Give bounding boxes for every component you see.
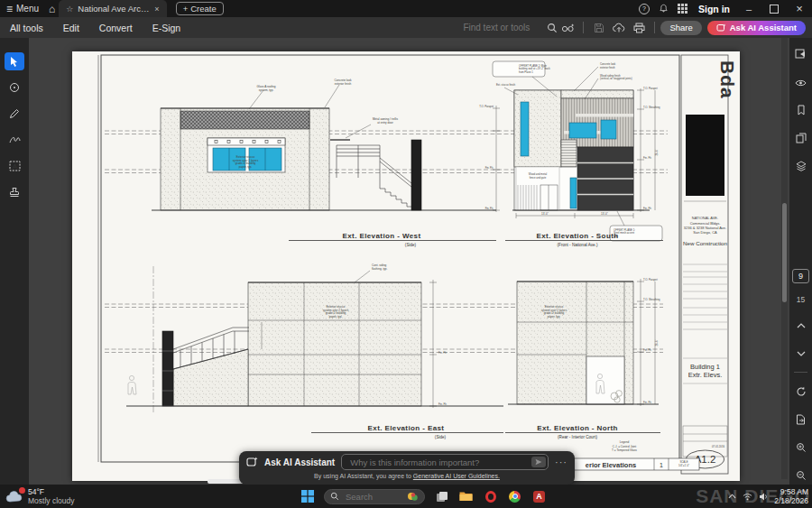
svg-text:(Rear - Interior Court): (Rear - Interior Court) bbox=[558, 435, 597, 439]
previous-page-button[interactable] bbox=[797, 316, 806, 332]
comment-tool-button[interactable] bbox=[5, 79, 24, 97]
zoom-out-button[interactable] bbox=[796, 468, 807, 485]
svg-text:from Plane 1: from Plane 1 bbox=[519, 70, 533, 74]
ai-disclaimer: By using AI Assistant, you agree to Gene… bbox=[239, 473, 575, 479]
page-current: 9 bbox=[798, 272, 803, 281]
menu-button[interactable]: ≡ Menu bbox=[0, 0, 45, 17]
convert-menu[interactable]: Convert bbox=[89, 23, 143, 33]
add-text-tool-button[interactable]: A bbox=[5, 157, 24, 175]
next-page-button[interactable] bbox=[797, 344, 806, 360]
svg-text:A: A bbox=[12, 162, 17, 171]
export-pdf-button[interactable] bbox=[795, 47, 807, 63]
file-explorer-icon bbox=[459, 491, 473, 502]
home-button[interactable]: ⌂ bbox=[45, 0, 59, 17]
pdf-page[interactable]: Glass A roofing system, typ. Concrete lo… bbox=[72, 51, 740, 481]
opera-button[interactable] bbox=[483, 489, 498, 504]
titlebar: ≡ Menu ⌂ ☆ National Ave Arch Dwg... × + … bbox=[0, 0, 812, 17]
svg-text:1/4"=1'-0": 1/4"=1'-0" bbox=[678, 464, 689, 467]
bookmarks-button[interactable] bbox=[797, 103, 806, 119]
edit-menu[interactable]: Edit bbox=[53, 23, 89, 33]
toolbar: All tools Edit Convert E-Sign Share Ask … bbox=[0, 17, 812, 39]
print-button[interactable] bbox=[629, 23, 649, 33]
draw-tool-button[interactable] bbox=[5, 105, 24, 123]
svg-text:San Diego, CA: San Diego, CA bbox=[693, 230, 717, 235]
select-tool-button[interactable] bbox=[5, 52, 24, 70]
read-aloud-button[interactable] bbox=[795, 75, 807, 91]
cloud-upload-icon bbox=[613, 23, 625, 33]
windows-start-button[interactable] bbox=[300, 489, 315, 504]
notifications-button[interactable] bbox=[654, 0, 673, 17]
ai-read-button[interactable] bbox=[558, 23, 577, 33]
close-tab-icon[interactable]: × bbox=[154, 5, 159, 14]
add-text-tool-icon: A bbox=[9, 161, 21, 171]
task-view-button[interactable] bbox=[434, 489, 449, 504]
rotate-icon bbox=[796, 386, 807, 397]
maximize-button[interactable] bbox=[761, 0, 787, 17]
svg-text:13'-0": 13'-0" bbox=[541, 212, 549, 216]
page-total: 15 bbox=[797, 295, 805, 304]
network-icon[interactable] bbox=[743, 493, 752, 501]
ai-more-button[interactable]: ··· bbox=[555, 457, 567, 467]
volume-icon[interactable] bbox=[759, 493, 768, 501]
svg-text:13'-0": 13'-0" bbox=[601, 212, 608, 216]
chrome-button[interactable] bbox=[507, 489, 522, 504]
page-thumbnails-button[interactable] bbox=[796, 131, 807, 147]
create-button[interactable]: + Create bbox=[176, 2, 224, 15]
svg-text:Fin. Flr.: Fin. Flr. bbox=[643, 156, 652, 160]
upload-button[interactable] bbox=[609, 23, 629, 33]
vertical-scrollbar-thumb[interactable] bbox=[782, 203, 787, 302]
svg-text:flashing, typ.: flashing, typ. bbox=[372, 267, 388, 271]
document-tab[interactable]: ☆ National Ave Arch Dwg... × bbox=[59, 0, 166, 17]
share-label: Share bbox=[669, 23, 692, 32]
apps-grid-button[interactable] bbox=[673, 0, 692, 17]
ai-glasses-icon bbox=[561, 23, 575, 33]
ai-prompt-box[interactable] bbox=[341, 454, 549, 470]
svg-text:Fin. Flr.: Fin. Flr. bbox=[643, 401, 652, 404]
minimize-icon: – bbox=[746, 4, 752, 14]
send-button[interactable] bbox=[531, 457, 546, 467]
right-tool-rail: 9 15 bbox=[789, 38, 812, 485]
ai-guidelines-link[interactable]: Generative AI User Guidelines. bbox=[413, 473, 500, 479]
system-tray: 9:58 AM 2/18/2026 bbox=[728, 485, 808, 508]
east-elevation-drawing bbox=[126, 266, 503, 412]
home-icon: ⌂ bbox=[49, 3, 55, 15]
weather-condition: Mostly cloudy bbox=[28, 496, 75, 505]
ask-ai-button[interactable]: Ask AI Assistant bbox=[707, 21, 806, 35]
svg-text:erior Elevations: erior Elevations bbox=[586, 461, 636, 469]
share-button[interactable]: Share bbox=[660, 21, 701, 35]
signature-tool-button[interactable] bbox=[5, 131, 24, 149]
bookmark-icon bbox=[797, 105, 806, 115]
svg-text:Ext. Elevation - South: Ext. Elevation - South bbox=[536, 232, 618, 240]
esign-menu[interactable]: E-Sign bbox=[143, 23, 191, 33]
file-explorer-button[interactable] bbox=[458, 489, 474, 504]
opera-icon bbox=[485, 491, 496, 503]
stamp-tool-button[interactable] bbox=[5, 183, 24, 201]
save-button[interactable] bbox=[589, 23, 609, 33]
zoom-in-button[interactable] bbox=[796, 440, 807, 457]
ai-prompt-input[interactable] bbox=[348, 457, 528, 468]
layers-button[interactable] bbox=[796, 159, 807, 175]
menu-icon: ≡ bbox=[6, 3, 13, 15]
svg-text:paper, typ.: paper, typ. bbox=[329, 315, 343, 319]
find-input[interactable] bbox=[461, 22, 542, 33]
help-button[interactable]: ? bbox=[634, 0, 654, 17]
svg-text:Fin. Flr.: Fin. Flr. bbox=[485, 166, 494, 170]
taskbar-search-input[interactable] bbox=[344, 491, 402, 503]
all-tools-menu[interactable]: All tools bbox=[0, 23, 53, 33]
title-block: Bda NATIONAL AVE. Commercial Bldgs. 3236… bbox=[683, 60, 738, 468]
weather-widget[interactable]: 54°F Mostly cloudy bbox=[0, 487, 105, 505]
minimize-button[interactable]: – bbox=[736, 0, 761, 17]
select-tool-icon bbox=[10, 56, 19, 67]
convert-page-button[interactable] bbox=[796, 412, 806, 429]
rotate-page-button[interactable] bbox=[796, 384, 807, 401]
svg-text:T.O. Parapet: T.O. Parapet bbox=[479, 105, 494, 108]
taskbar-search[interactable] bbox=[324, 489, 425, 504]
find-bar[interactable] bbox=[461, 22, 558, 33]
taskbar-clock[interactable]: 9:58 AM 2/18/2026 bbox=[774, 487, 808, 505]
close-button[interactable]: × bbox=[787, 0, 812, 17]
acrobat-button[interactable]: A bbox=[531, 489, 547, 504]
tray-chevron-icon[interactable] bbox=[728, 494, 736, 499]
help-icon: ? bbox=[639, 4, 650, 14]
page-number-input[interactable]: 9 bbox=[792, 269, 809, 283]
sign-in-button[interactable]: Sign in bbox=[692, 0, 736, 17]
